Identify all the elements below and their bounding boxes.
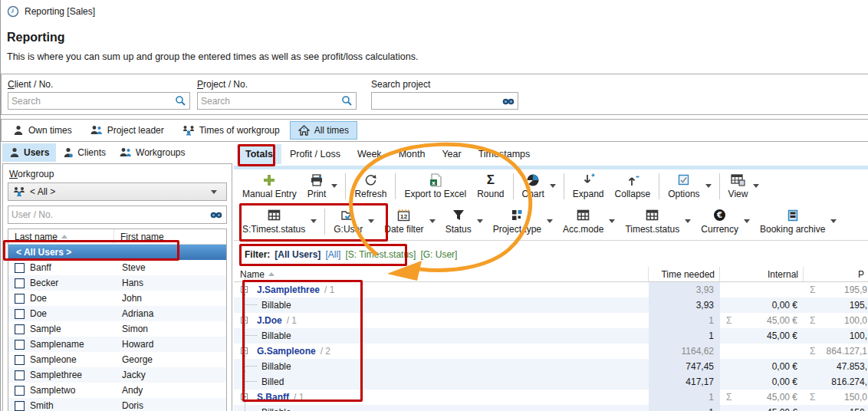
user-row[interactable]: SamplethreeJacky: [8, 367, 226, 383]
tab-project-leader[interactable]: Project leader: [82, 121, 173, 140]
user-row[interactable]: SampletwoAndy: [8, 383, 226, 398]
user-checkbox[interactable]: [15, 324, 25, 334]
refresh-button[interactable]: Refresh: [349, 172, 392, 201]
binoculars-icon[interactable]: [210, 210, 222, 219]
dropdown-arrow-icon[interactable]: [744, 219, 750, 223]
user-row[interactable]: DoeAdriana: [8, 306, 226, 321]
expand-button[interactable]: Expand: [567, 172, 610, 201]
tree-collapse-icon[interactable]: [241, 286, 248, 293]
tab-clients[interactable]: Clients: [56, 143, 113, 162]
column-p[interactable]: P: [804, 267, 868, 281]
tab-own-times[interactable]: Own times: [5, 121, 81, 140]
options-button[interactable]: Options: [663, 172, 715, 201]
magnifier-icon[interactable]: [341, 95, 353, 107]
tree-collapse-icon[interactable]: [241, 317, 248, 324]
user-search-input[interactable]: [8, 209, 210, 220]
report-group-row[interactable]: G.Sampleone/ 21164,62Σ864.127,1: [234, 344, 868, 359]
dropdown-arrow-icon[interactable]: [547, 219, 553, 223]
workgroup-select[interactable]: < All >: [8, 182, 227, 201]
date-filter-button[interactable]: 12Date filter: [379, 207, 439, 236]
dropdown-arrow-icon[interactable]: [429, 219, 436, 223]
report-detail-row[interactable]: Billable3,930,00 €195,: [234, 298, 868, 313]
user-row[interactable]: SamplenameHoward: [8, 337, 226, 352]
user-checkbox[interactable]: [15, 309, 25, 319]
tab-month[interactable]: Month: [390, 144, 434, 164]
tab-users[interactable]: Users: [2, 143, 56, 162]
tab-totals[interactable]: Totals: [237, 144, 281, 164]
column-internal[interactable]: Internal: [720, 267, 804, 281]
user-checkbox[interactable]: [15, 263, 25, 273]
all-users-row[interactable]: < All Users >: [8, 245, 226, 260]
dropdown-arrow-icon[interactable]: [685, 219, 691, 223]
magnifier-icon[interactable]: [175, 95, 186, 107]
currency-button[interactable]: €Currency: [695, 207, 755, 236]
report-group-row[interactable]: J.Doe/ 11Σ45,00 €Σ100,0: [234, 313, 868, 328]
filter-chip[interactable]: [G: User]: [420, 249, 457, 260]
report-detail-row[interactable]: Billed417,170,00 €816.274,: [234, 374, 868, 390]
report-group-row[interactable]: S.Banff/ 11Σ45,00 €Σ150,0: [234, 390, 868, 405]
project-search-field[interactable]: [197, 92, 357, 110]
report-group-row[interactable]: J.Samplethree/ 13,93Σ195,9: [234, 282, 868, 298]
column-name[interactable]: Name: [234, 267, 649, 281]
filter-chip[interactable]: [All]: [325, 249, 340, 260]
tab-week[interactable]: Week: [349, 144, 390, 164]
client-search-field[interactable]: [8, 92, 190, 110]
report-detail-row[interactable]: Billable145,00 €100,: [234, 328, 868, 344]
tab-profit-loss[interactable]: Profit / Loss: [281, 144, 349, 164]
status-button[interactable]: Status: [440, 207, 488, 236]
column-first-name[interactable]: First name: [114, 232, 164, 242]
search-project-field[interactable]: [371, 92, 518, 110]
search-project-input[interactable]: [372, 93, 502, 109]
collapse-button[interactable]: Collapse: [610, 172, 656, 201]
user-checkbox[interactable]: [15, 370, 25, 380]
user-checkbox[interactable]: [15, 278, 25, 288]
dropdown-arrow-icon[interactable]: [550, 184, 556, 188]
column-time-needed[interactable]: Time needed: [649, 267, 720, 281]
acc-mode-button[interactable]: Acc.mode: [557, 207, 620, 236]
user-row[interactable]: SampleSimon: [8, 321, 226, 337]
timest-status-button[interactable]: Timest.status: [620, 207, 695, 236]
tree-collapse-icon[interactable]: [241, 347, 248, 354]
user-checkbox[interactable]: [15, 401, 25, 411]
dropdown-arrow-icon[interactable]: [477, 219, 483, 223]
dropdown-arrow-icon[interactable]: [368, 219, 374, 223]
column-last-name[interactable]: Last name: [8, 229, 114, 244]
client-search-input[interactable]: [8, 93, 175, 109]
user-row[interactable]: SampleoneGeorge: [8, 352, 226, 367]
tab-all-times[interactable]: All times: [290, 121, 357, 140]
tab-year[interactable]: Year: [433, 144, 469, 164]
manual-entry-button[interactable]: Manual Entry: [237, 172, 302, 201]
dropdown-arrow-icon[interactable]: [830, 219, 837, 223]
tab-times-of-workgroup[interactable]: Times of workgroup: [174, 121, 288, 140]
user-checkbox[interactable]: [15, 340, 25, 350]
tab-workgroups[interactable]: Workgroups: [113, 143, 192, 162]
dropdown-arrow-icon[interactable]: [705, 184, 712, 188]
export-to-excel-button[interactable]: xExport to Excel: [399, 172, 472, 201]
tab-timestamps[interactable]: Timestamps: [470, 144, 539, 164]
dropdown-arrow-icon[interactable]: [311, 219, 317, 223]
print-button[interactable]: Print: [302, 172, 343, 201]
filter-chip[interactable]: [S: Timest.status]: [345, 249, 416, 260]
user-search-field[interactable]: [8, 206, 227, 224]
user-checkbox[interactable]: [15, 355, 25, 365]
report-detail-row[interactable]: Billable747,450,00 €47.853,: [234, 359, 868, 374]
tree-collapse-icon[interactable]: [241, 393, 248, 400]
booking-archive-button[interactable]: Booking archive: [755, 207, 841, 236]
s-timest-status-button[interactable]: S:Timest.status: [237, 207, 321, 236]
user-row[interactable]: SmithDoris: [8, 398, 226, 411]
dropdown-arrow-icon[interactable]: [331, 184, 337, 188]
project-type-button[interactable]: Project type: [488, 207, 557, 236]
user-row[interactable]: BeckerHans: [8, 275, 226, 291]
user-row[interactable]: BanffSteve: [8, 260, 226, 275]
g-user-button[interactable]: G:User: [328, 207, 379, 236]
chart-button[interactable]: Chart: [517, 172, 561, 201]
project-search-input[interactable]: [198, 93, 341, 109]
binoculars-icon[interactable]: [502, 97, 515, 106]
filter-chip[interactable]: [All Users]: [275, 249, 321, 260]
user-row[interactable]: DoeJohn: [8, 291, 226, 306]
dropdown-arrow-icon[interactable]: [753, 184, 759, 188]
report-detail-row[interactable]: Billable145,00 €150,: [234, 405, 868, 411]
view-button[interactable]: View: [723, 172, 764, 201]
round-button[interactable]: ΣRound: [472, 172, 509, 201]
dropdown-arrow-icon[interactable]: [609, 219, 615, 223]
